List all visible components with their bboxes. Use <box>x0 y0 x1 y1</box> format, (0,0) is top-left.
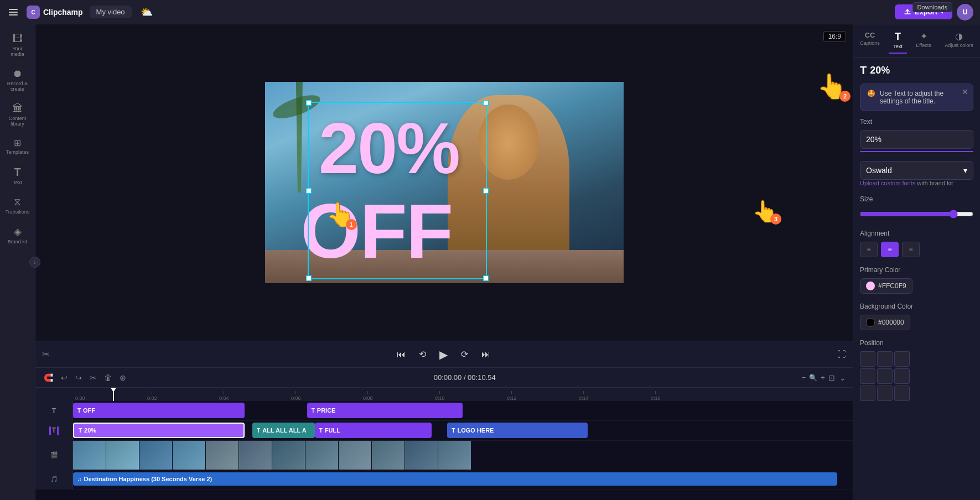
video-thumb-9 <box>339 441 372 470</box>
pos-top-left[interactable] <box>860 351 875 367</box>
sidebar-item-your-media[interactable]: 🎞 Your media <box>3 29 32 61</box>
text-overlay-off: OFF <box>300 192 452 270</box>
timeline-tracks: T T OFF T PRICE <box>35 401 853 500</box>
video-thumb-1 <box>73 441 106 470</box>
bg-color-swatch[interactable]: #000000 <box>860 315 910 330</box>
font-select[interactable]: Oswald ▾ <box>860 161 973 180</box>
clip-off[interactable]: T OFF <box>73 403 245 418</box>
pos-bot-center[interactable] <box>877 386 893 401</box>
track-content-audio[interactable]: ♫ Destination Happiness (30 Seconds Vers… <box>73 470 853 489</box>
record-icon: ⏺ <box>13 68 23 80</box>
badge-1: 1 <box>346 219 357 230</box>
aspect-ratio-badge[interactable]: 16:9 <box>823 31 846 42</box>
clip-20-icon: T <box>79 428 82 434</box>
text-label: Text <box>860 118 973 126</box>
video-thumb-5 <box>206 441 239 470</box>
video-thumb-12 <box>438 441 471 470</box>
primary-color-swatch[interactable]: #FFC0F9 <box>860 278 912 294</box>
tab-text[interactable]: T Text <box>889 28 907 54</box>
undo-btn[interactable]: ↩ <box>59 372 69 384</box>
pos-mid-left[interactable] <box>860 368 875 384</box>
downloads-badge[interactable]: Downloads <box>912 2 952 12</box>
clip-logo-here[interactable]: T LOGO HERE <box>447 423 588 438</box>
cloud-save-icon[interactable]: ⛅ <box>138 4 155 20</box>
pos-top-right[interactable] <box>894 351 910 367</box>
collapse-timeline-btn[interactable]: ⌄ <box>839 373 846 382</box>
fit-btn[interactable]: ⊡ <box>828 373 835 382</box>
bg-color-swatch-row: #000000 <box>860 315 973 330</box>
tooltip-close-btn[interactable]: ✕ <box>962 87 968 96</box>
text-input[interactable] <box>860 130 973 149</box>
sidebar-collapse-btn[interactable]: › <box>29 257 40 268</box>
clip-price[interactable]: T PRICE <box>307 403 463 418</box>
align-left-btn[interactable]: ≡ <box>860 242 878 257</box>
captions-icon: CC <box>865 31 875 39</box>
clip-full-icon: T <box>319 428 323 434</box>
redo-btn[interactable]: ↪ <box>74 372 84 384</box>
upload-fonts-anchor[interactable]: Upload custom fonts <box>860 180 915 186</box>
track-label-text2: T <box>35 421 73 440</box>
tooltip-emoji: 🤩 <box>867 90 875 97</box>
clip-audio-track[interactable]: ♫ Destination Happiness (30 Seconds Vers… <box>73 472 837 486</box>
video-preview: 16:9 20% OFF <box>35 24 853 341</box>
sidebar-item-text[interactable]: T Text <box>3 162 32 190</box>
panel-t-icon: T <box>860 64 867 77</box>
clip-all[interactable]: T ALL ALL ALL A <box>252 423 315 438</box>
zoom-in-btn[interactable]: + <box>821 373 825 382</box>
sidebar-item-brand-kit[interactable]: ◈ Brand kit <box>3 221 32 249</box>
pos-mid-right[interactable] <box>894 368 910 384</box>
size-section: Size <box>860 195 973 221</box>
tab-captions[interactable]: CC Captions <box>855 28 884 54</box>
sidebar-item-transitions[interactable]: ⧖ Transitions <box>3 192 32 219</box>
clip-full[interactable]: T FULL <box>315 423 432 438</box>
size-label: Size <box>860 195 973 203</box>
pos-bot-right[interactable] <box>894 386 910 401</box>
skip-end-btn[interactable]: ⏭ <box>479 347 492 362</box>
sidebar-item-content-library[interactable]: 🏛 Content library <box>3 98 32 131</box>
pos-top-center[interactable] <box>877 351 893 367</box>
video-thumb-11 <box>405 441 438 470</box>
clip-text-icon: T <box>77 408 81 414</box>
rewind-5s-btn[interactable]: ⟲ <box>417 347 428 362</box>
sidebar-item-record[interactable]: ⏺ Record & create <box>3 64 32 96</box>
text-section: Text <box>860 118 973 152</box>
primary-color-label: Primary Color <box>860 266 973 274</box>
cut-btn[interactable]: ✂ <box>88 372 98 384</box>
align-center-btn[interactable]: ≡ <box>881 242 899 257</box>
video-canvas[interactable]: 20% OFF 👆 1 <box>265 82 624 283</box>
video-thumb-4 <box>173 441 206 470</box>
fullscreen-btn[interactable]: ⛶ <box>837 350 846 360</box>
topbar: C Clipchamp My video ⛅ Downloads Export … <box>0 0 980 24</box>
position-label: Position <box>860 339 973 347</box>
text-overlay-20percent: 20% <box>319 112 459 184</box>
track-content-text1[interactable]: T OFF T PRICE <box>73 401 853 420</box>
skip-back-btn[interactable]: ⏮ <box>395 347 408 362</box>
tab-adjust-colors[interactable]: ◑ Adjust colors <box>940 28 978 54</box>
tab-effects[interactable]: ✦ Effects <box>911 28 935 54</box>
user-avatar[interactable]: U <box>957 4 973 20</box>
magnet-btn[interactable]: 🧲 <box>42 372 55 384</box>
align-right-btn[interactable]: ≡ <box>902 242 920 257</box>
playhead[interactable] <box>113 388 114 401</box>
size-slider[interactable] <box>860 210 973 218</box>
delete-btn[interactable]: 🗑 <box>102 372 113 384</box>
clip-20pct[interactable]: T 20% <box>73 423 245 438</box>
hamburger-menu[interactable] <box>7 7 20 18</box>
video-thumb-3 <box>139 441 173 470</box>
play-btn[interactable]: ▶ <box>437 346 450 363</box>
track-content-video[interactable] <box>73 441 853 470</box>
pos-mid-center[interactable] <box>877 368 893 384</box>
track-content-text2[interactable]: T 20% T ALL ALL ALL A T FULL T <box>73 421 853 440</box>
input-underline <box>860 151 973 152</box>
video-thumb-6 <box>239 441 272 470</box>
video-title[interactable]: My video <box>90 6 132 18</box>
add-btn[interactable]: ⊕ <box>118 372 128 384</box>
timeline-ruler: 0:00 0:02 0:04 0:06 0:08 0:10 0:12 0:14 … <box>35 388 853 401</box>
forward-5s-btn[interactable]: ⟳ <box>459 347 470 362</box>
ruler-mark-6: 0:06 <box>291 391 301 401</box>
scissors-btn[interactable]: ✂ <box>42 349 49 360</box>
zoom-out-btn[interactable]: − <box>801 373 806 382</box>
sidebar-item-templates[interactable]: ⊞ Templates <box>3 133 32 159</box>
pos-bot-left[interactable] <box>860 386 875 401</box>
audio-icon: ♫ <box>77 476 82 482</box>
